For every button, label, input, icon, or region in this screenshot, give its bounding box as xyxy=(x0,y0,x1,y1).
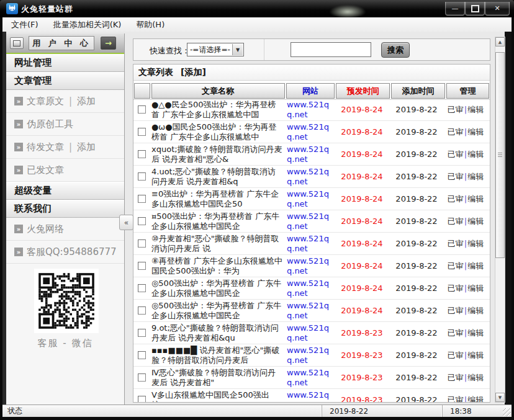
row-checkbox[interactable] xyxy=(138,329,146,337)
search-button[interactable]: 搜索 xyxy=(381,42,410,58)
sidebar-collapse-button[interactable]: « xyxy=(119,215,133,230)
edit-link[interactable]: 编辑 xyxy=(467,105,484,114)
scroll-up-button[interactable]: ▲ xyxy=(495,37,505,47)
row-checkbox[interactable] xyxy=(138,195,146,203)
edit-link[interactable]: 编辑 xyxy=(467,194,484,203)
site-link[interactable]: www.521qq.net xyxy=(285,100,335,120)
edit-link[interactable]: 编辑 xyxy=(467,261,484,270)
vertical-scrollbar[interactable]: ▲ ▼ xyxy=(495,37,505,403)
edit-link[interactable]: 编辑 xyxy=(467,284,484,293)
audited-link[interactable]: 已审 xyxy=(448,306,464,315)
sidebar-item-5[interactable]: »已发文章 xyxy=(6,159,124,182)
row-checkbox[interactable] xyxy=(138,150,146,158)
user-center-button[interactable]: 用 户 中 心 xyxy=(29,36,94,50)
column-header-checkbox[interactable] xyxy=(134,83,150,99)
row-checkbox[interactable] xyxy=(138,128,146,136)
edit-link[interactable]: 编辑 xyxy=(467,127,484,136)
audited-link[interactable]: 已审 xyxy=(448,261,464,270)
row-checkbox[interactable] xyxy=(138,105,146,114)
go-arrow-button[interactable]: → xyxy=(101,37,116,50)
audited-link[interactable]: 已审 xyxy=(448,395,464,403)
audited-link[interactable]: 已审 xyxy=(448,150,464,159)
sidebar-item-3[interactable]: »伪原创工具 xyxy=(6,113,124,136)
row-checkbox-cell xyxy=(133,239,150,248)
publish-date: 2019-8-24 xyxy=(335,306,389,315)
audited-link[interactable]: 已审 xyxy=(448,172,464,181)
edit-link[interactable]: 编辑 xyxy=(467,351,484,360)
site-link[interactable]: www.521qq.net xyxy=(285,212,335,231)
edit-link[interactable]: 编辑 xyxy=(467,239,484,248)
article-name: ◎500强出炉：华为再登榜首 广东牛企多山东很尴尬中国民企 xyxy=(150,279,285,298)
edit-link[interactable]: 编辑 xyxy=(467,395,484,403)
combo-dropdown-button[interactable]: ▼ xyxy=(232,44,243,55)
audited-link[interactable]: 已审 xyxy=(448,217,464,226)
menu-help[interactable]: 帮助(H) xyxy=(130,18,171,32)
qr-code-image xyxy=(34,269,99,333)
row-checkbox[interactable] xyxy=(138,239,146,248)
column-header-网站[interactable]: 网站 xyxy=(286,83,335,99)
sidebar-item-2[interactable]: »文章原文|添加 xyxy=(6,90,124,113)
audited-link[interactable]: 已审 xyxy=(448,284,464,293)
site-link[interactable]: www.521qq.net xyxy=(285,189,335,209)
row-checkbox[interactable] xyxy=(138,306,146,315)
column-header-预发时间[interactable]: 预发时间 xyxy=(336,83,390,99)
sidebar-item-4[interactable]: »待发文章|添加 xyxy=(6,136,124,159)
sidebar-item-add-link[interactable]: 添加 xyxy=(77,96,96,107)
audited-link[interactable]: 已审 xyxy=(448,351,464,360)
column-header-管理[interactable]: 管理 xyxy=(446,83,489,99)
audited-link[interactable]: 已审 xyxy=(448,194,464,203)
monitor-icon-button[interactable] xyxy=(10,37,24,49)
site-link[interactable]: www.521qq.net xyxy=(285,256,335,276)
audited-link[interactable]: 已审 xyxy=(448,239,464,248)
sidebar-header-6[interactable]: 超级变量 xyxy=(6,182,124,200)
column-header-添加时间[interactable]: 添加时间 xyxy=(391,83,445,99)
sidebar-header-0[interactable]: 网址管理 xyxy=(6,54,124,72)
row-checkbox[interactable] xyxy=(138,373,146,382)
site-link[interactable]: www.521qq.net xyxy=(285,323,335,343)
sidebar-header-7[interactable]: 联系我们 xyxy=(6,200,124,218)
minimize-button[interactable]: — xyxy=(445,2,465,16)
row-checkbox-cell xyxy=(133,329,150,337)
edit-link[interactable]: 编辑 xyxy=(467,150,484,159)
sidebar-item-9[interactable]: »客服QQ:954886777 xyxy=(6,241,124,264)
menu-batch-add-keywords[interactable]: 批量添加相关词(K) xyxy=(47,18,128,32)
search-input[interactable] xyxy=(291,42,371,57)
edit-link[interactable]: 编辑 xyxy=(467,217,484,226)
row-checkbox[interactable] xyxy=(138,217,146,225)
row-checkbox[interactable] xyxy=(138,396,146,402)
maximize-button[interactable] xyxy=(465,2,485,16)
quick-find-select[interactable]: -=请选择=- ▼ xyxy=(187,43,244,56)
audited-link[interactable]: 已审 xyxy=(448,328,464,337)
add-article-link[interactable]: [添加] xyxy=(181,67,206,78)
scrollbar-thumb[interactable] xyxy=(495,52,505,258)
site-link[interactable]: www.521qq.net xyxy=(285,390,335,403)
menu-file[interactable]: 文件(F) xyxy=(5,18,45,32)
row-checkbox[interactable] xyxy=(138,262,146,270)
edit-link[interactable]: 编辑 xyxy=(467,306,484,315)
site-link[interactable]: www.521qq.net xyxy=(285,234,335,254)
sidebar-item-add-link[interactable]: 添加 xyxy=(77,141,96,153)
collapse-left-icon: « xyxy=(124,218,128,227)
edit-link[interactable]: 编辑 xyxy=(467,328,484,337)
site-link[interactable]: www.521qq.net xyxy=(285,167,335,187)
column-header-文章名称[interactable]: 文章名称 xyxy=(151,83,285,99)
audited-link[interactable]: 已审 xyxy=(448,373,464,382)
site-link[interactable]: www.521qq.net xyxy=(285,279,335,298)
site-link[interactable]: www.521qq.net xyxy=(285,145,335,164)
site-link[interactable]: www.521qq.net xyxy=(285,346,335,365)
row-checkbox[interactable] xyxy=(138,284,146,292)
audited-link[interactable]: 已审 xyxy=(448,127,464,136)
row-checkbox[interactable] xyxy=(138,351,146,359)
sidebar-item-8[interactable]: »火兔网络 xyxy=(6,218,124,241)
sidebar-header-1[interactable]: 文章管理 xyxy=(6,72,124,90)
row-checkbox[interactable] xyxy=(138,172,146,181)
audited-link[interactable]: 已审 xyxy=(448,105,464,114)
edit-link[interactable]: 编辑 xyxy=(467,373,484,382)
scroll-down-button[interactable]: ▼ xyxy=(495,393,505,402)
close-button[interactable]: ✕ xyxy=(485,2,510,16)
site-link[interactable]: www.521qq.net xyxy=(285,368,335,388)
site-link[interactable]: www.521qq.net xyxy=(285,301,335,321)
resize-grip[interactable] xyxy=(503,408,511,416)
edit-link[interactable]: 编辑 xyxy=(467,172,484,181)
site-link[interactable]: www.521qq.net xyxy=(285,122,335,142)
